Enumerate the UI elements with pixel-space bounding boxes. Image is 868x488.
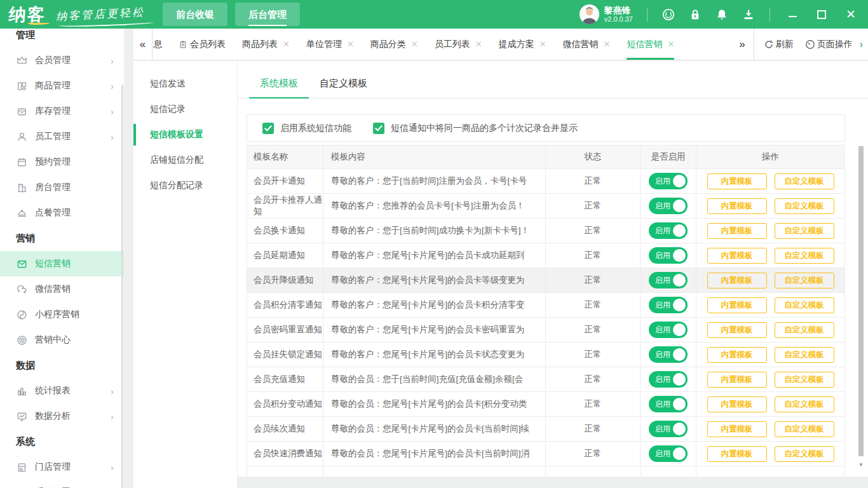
page-tab[interactable]: 员工列表✕ (435, 29, 482, 60)
custom-template-button[interactable]: 自定义模板 (775, 297, 834, 313)
scrollbar-down-arrow-icon[interactable]: ▼ (857, 462, 865, 468)
more-actions-chevron-icon[interactable]: › (858, 39, 868, 50)
tab-close-icon[interactable]: ✕ (283, 39, 290, 49)
sidebar-item-门店管理[interactable]: 门店管理› (0, 454, 124, 480)
builtin-template-button[interactable]: 内置模板 (707, 421, 767, 437)
refresh-button[interactable]: 刷新 (764, 39, 794, 50)
submenu-item-短信记录[interactable]: 短信记录 (133, 97, 237, 122)
tab-close-icon[interactable]: ✕ (667, 39, 674, 49)
window-close-button[interactable]: ✕ (845, 9, 857, 20)
sidebar-item-系统设置[interactable]: 系统设置› (0, 480, 124, 488)
builtin-template-button[interactable]: 内置模板 (707, 322, 767, 338)
page-operations-button[interactable]: 页面操作 (805, 39, 853, 50)
builtin-template-button[interactable]: 内置模板 (707, 198, 767, 214)
page-tab[interactable]: 单位管理✕ (306, 29, 354, 60)
toggle-knob (673, 323, 686, 336)
avatar[interactable] (580, 4, 599, 24)
builtin-template-button[interactable]: 内置模板 (707, 297, 767, 313)
page-tab[interactable]: 提成方案✕ (499, 29, 546, 60)
builtin-template-button[interactable]: 内置模板 (707, 396, 767, 412)
builtin-template-button[interactable]: 内置模板 (707, 347, 767, 363)
sidebar-item-库存管理[interactable]: 库存管理› (0, 98, 124, 124)
sidebar-item-点餐管理[interactable]: 点餐管理 (0, 200, 124, 226)
enable-toggle[interactable]: 启用 (649, 421, 688, 437)
submenu-item-店铺短信分配[interactable]: 店铺短信分配 (133, 147, 237, 173)
builtin-template-button[interactable]: 内置模板 (707, 248, 767, 264)
enable-toggle[interactable]: 启用 (649, 272, 688, 288)
sidebar-item-商品管理[interactable]: 商品管理› (0, 73, 124, 98)
top-nav-admin-button[interactable]: 后台管理 (235, 3, 300, 26)
tab-close-icon[interactable]: ✕ (475, 39, 482, 49)
top-nav-pos-button[interactable]: 前台收银 (163, 3, 227, 26)
table-scrollbar-thumb[interactable] (858, 146, 864, 456)
enable-toggle[interactable]: 启用 (649, 371, 688, 388)
sidebar-item-房台管理[interactable]: 房台管理 (0, 175, 124, 200)
submenu-item-短信模板设置[interactable]: 短信模板设置 (133, 122, 237, 147)
page-tab[interactable]: 信息 (153, 29, 162, 60)
tab-close-icon[interactable]: ✕ (604, 39, 611, 49)
custom-template-button[interactable]: 自定义模板 (775, 421, 834, 437)
sidebar-item-员工管理[interactable]: 员工管理› (0, 124, 124, 149)
tab-close-icon[interactable]: ✕ (347, 39, 354, 49)
builtin-template-button[interactable]: 内置模板 (707, 372, 767, 388)
page-tab[interactable]: 商品分类✕ (370, 29, 418, 60)
sidebar-item-营销中心[interactable]: 营销中心 (0, 327, 124, 353)
sidebar-item-小程序营销[interactable]: 小程序营销 (0, 302, 124, 327)
sidebar-item-微信营销[interactable]: 微信营销 (0, 276, 124, 302)
builtin-template-button[interactable]: 内置模板 (707, 446, 767, 462)
page-tab[interactable]: 短信营销✕ (627, 29, 674, 60)
sidebar-scrollbar[interactable] (121, 85, 123, 488)
enable-system-sms-checkbox[interactable]: 启用系统短信功能 (262, 123, 351, 134)
sidebar-item-统计报表[interactable]: 统计报表› (0, 378, 124, 403)
submenu-item-短信分配记录[interactable]: 短信分配记录 (133, 173, 237, 198)
custom-template-button[interactable]: 自定义模板 (775, 347, 834, 363)
sidebar-item-会员管理[interactable]: 会员管理› (0, 48, 124, 73)
enable-toggle[interactable]: 启用 (649, 222, 688, 239)
enable-toggle[interactable]: 启用 (649, 396, 688, 412)
page-tab[interactable]: 会员列表 (179, 29, 226, 60)
builtin-template-button[interactable]: 内置模板 (707, 273, 767, 288)
custom-template-button[interactable]: 自定义模板 (775, 223, 834, 239)
enable-toggle[interactable]: 启用 (649, 247, 688, 264)
service-headset-icon[interactable] (661, 8, 675, 22)
enable-toggle[interactable]: 启用 (649, 445, 688, 462)
enable-toggle[interactable]: 启用 (649, 297, 688, 313)
tab-custom-template[interactable]: 自定义模板 (309, 78, 378, 98)
page-tab[interactable]: 商品列表✕ (242, 29, 290, 60)
booking-icon (16, 156, 29, 168)
table-scrollbar[interactable]: ▼ (857, 146, 865, 473)
window-minimize-button[interactable] (787, 9, 798, 20)
sidebar-item-数据分析[interactable]: 数据分析› (0, 403, 124, 429)
tabs-scroll-right-button[interactable]: » (731, 38, 753, 51)
merge-count-records-checkbox[interactable]: 短信通知中将同一商品的多个计次记录合并显示 (373, 123, 578, 134)
submenu-item-短信发送[interactable]: 短信发送 (133, 71, 237, 97)
enable-toggle[interactable]: 启用 (649, 322, 688, 338)
custom-template-button[interactable]: 自定义模板 (775, 372, 834, 388)
window-maximize-button[interactable] (816, 9, 827, 20)
tabs-scroll-left-button[interactable]: « (133, 29, 153, 60)
checkbox-checked-icon[interactable] (262, 123, 274, 134)
tab-close-icon[interactable]: ✕ (539, 39, 546, 49)
download-icon[interactable] (742, 8, 756, 22)
builtin-template-button[interactable]: 内置模板 (707, 173, 767, 189)
bell-icon[interactable] (715, 8, 729, 22)
tab-close-icon[interactable]: ✕ (411, 39, 418, 49)
custom-template-button[interactable]: 自定义模板 (775, 273, 834, 288)
custom-template-button[interactable]: 自定义模板 (775, 322, 834, 338)
custom-template-button[interactable]: 自定义模板 (775, 173, 834, 189)
enable-toggle[interactable]: 启用 (649, 173, 688, 189)
custom-template-button[interactable]: 自定义模板 (775, 248, 834, 264)
custom-template-button[interactable]: 自定义模板 (775, 198, 834, 214)
tab-system-template[interactable]: 系统模板 (249, 78, 309, 98)
sidebar-item-预约管理[interactable]: 预约管理 (0, 149, 124, 175)
lock-icon[interactable] (688, 8, 702, 22)
custom-template-button[interactable]: 自定义模板 (775, 396, 834, 412)
enable-toggle[interactable]: 启用 (649, 198, 688, 214)
builtin-template-button[interactable]: 内置模板 (707, 223, 767, 239)
page-tab[interactable]: 微信营销✕ (563, 29, 611, 60)
sidebar-item-短信营销[interactable]: 短信营销 (0, 251, 124, 276)
checkbox-checked-icon[interactable] (373, 123, 384, 134)
user-info[interactable]: 黎燕锋 v2.0.0.37 (580, 4, 633, 24)
custom-template-button[interactable]: 自定义模板 (775, 446, 834, 462)
enable-toggle[interactable]: 启用 (649, 346, 688, 363)
